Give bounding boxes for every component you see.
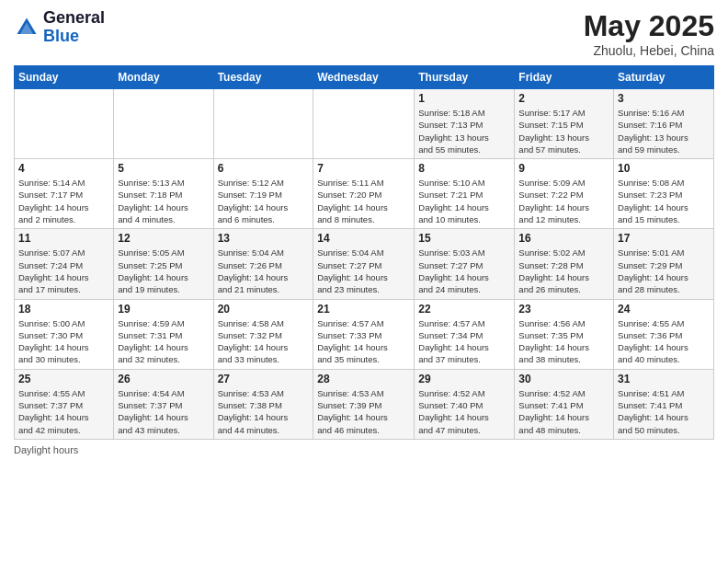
day-info: Sunrise: 5:13 AM Sunset: 7:18 PM Dayligh… [118,177,209,225]
day-cell: 27Sunrise: 4:53 AM Sunset: 7:38 PM Dayli… [213,369,313,439]
day-info: Sunrise: 4:52 AM Sunset: 7:41 PM Dayligh… [518,387,609,436]
day-number: 16 [518,232,609,245]
day-number: 20 [218,303,310,316]
day-info: Sunrise: 4:57 AM Sunset: 7:33 PM Dayligh… [317,317,410,366]
day-number: 5 [118,162,209,175]
day-info: Sunrise: 5:00 AM Sunset: 7:30 PM Dayligh… [18,317,109,366]
day-info: Sunrise: 4:58 AM Sunset: 7:32 PM Dayligh… [218,317,310,366]
week-row-1: 1Sunrise: 5:18 AM Sunset: 7:13 PM Daylig… [15,89,714,159]
day-cell: 24Sunrise: 4:55 AM Sunset: 7:36 PM Dayli… [614,299,714,369]
day-cell: 16Sunrise: 5:02 AM Sunset: 7:28 PM Dayli… [515,229,614,299]
day-cell [313,89,415,159]
day-cell: 20Sunrise: 4:58 AM Sunset: 7:32 PM Dayli… [213,299,313,369]
day-info: Sunrise: 5:04 AM Sunset: 7:26 PM Dayligh… [218,247,310,295]
day-number: 23 [518,303,609,316]
day-header-tuesday: Tuesday [213,66,313,89]
day-cell: 9Sunrise: 5:09 AM Sunset: 7:22 PM Daylig… [515,159,614,229]
day-number: 12 [118,232,209,245]
day-cell: 1Sunrise: 5:18 AM Sunset: 7:13 PM Daylig… [415,89,515,159]
day-number: 2 [518,92,609,105]
day-cell: 26Sunrise: 4:54 AM Sunset: 7:37 PM Dayli… [114,369,213,439]
day-cell: 18Sunrise: 5:00 AM Sunset: 7:30 PM Dayli… [15,299,114,369]
day-info: Sunrise: 5:07 AM Sunset: 7:24 PM Dayligh… [18,247,109,295]
day-number: 19 [118,303,209,316]
week-row-3: 11Sunrise: 5:07 AM Sunset: 7:24 PM Dayli… [15,229,714,299]
day-cell: 31Sunrise: 4:51 AM Sunset: 7:41 PM Dayli… [614,369,714,439]
day-info: Sunrise: 4:59 AM Sunset: 7:31 PM Dayligh… [118,317,209,366]
day-number: 24 [618,303,710,316]
day-cell [213,89,313,159]
day-number: 18 [18,303,109,316]
day-info: Sunrise: 4:55 AM Sunset: 7:36 PM Dayligh… [618,317,710,366]
location: Zhuolu, Hebei, China [584,43,714,58]
day-number: 8 [418,162,510,175]
day-cell: 10Sunrise: 5:08 AM Sunset: 7:23 PM Dayli… [614,159,714,229]
day-info: Sunrise: 5:04 AM Sunset: 7:27 PM Dayligh… [317,247,410,295]
day-header-friday: Friday [515,66,614,89]
day-info: Sunrise: 5:14 AM Sunset: 7:17 PM Dayligh… [18,177,109,225]
day-info: Sunrise: 5:01 AM Sunset: 7:29 PM Dayligh… [618,247,710,295]
day-header-wednesday: Wednesday [313,66,415,89]
day-cell: 13Sunrise: 5:04 AM Sunset: 7:26 PM Dayli… [213,229,313,299]
day-info: Sunrise: 5:09 AM Sunset: 7:22 PM Dayligh… [518,177,609,225]
day-info: Sunrise: 5:11 AM Sunset: 7:20 PM Dayligh… [317,177,410,225]
calendar-table: SundayMondayTuesdayWednesdayThursdayFrid… [14,65,714,440]
day-header-thursday: Thursday [415,66,515,89]
day-cell: 7Sunrise: 5:11 AM Sunset: 7:20 PM Daylig… [313,159,415,229]
day-info: Sunrise: 4:57 AM Sunset: 7:34 PM Dayligh… [418,317,510,366]
logo-icon [14,15,40,40]
logo-blue: Blue [43,28,105,46]
day-info: Sunrise: 4:53 AM Sunset: 7:39 PM Dayligh… [317,387,410,436]
day-cell: 29Sunrise: 4:52 AM Sunset: 7:40 PM Dayli… [415,369,515,439]
day-info: Sunrise: 5:08 AM Sunset: 7:23 PM Dayligh… [618,177,710,225]
day-number: 28 [317,373,410,385]
day-number: 21 [317,303,410,316]
day-cell: 21Sunrise: 4:57 AM Sunset: 7:33 PM Dayli… [313,299,415,369]
day-header-monday: Monday [114,66,213,89]
day-info: Sunrise: 5:10 AM Sunset: 7:21 PM Dayligh… [418,177,510,225]
day-cell: 30Sunrise: 4:52 AM Sunset: 7:41 PM Dayli… [515,369,614,439]
logo: General Blue [14,9,105,46]
day-number: 13 [218,232,310,245]
day-info: Sunrise: 4:55 AM Sunset: 7:37 PM Dayligh… [18,387,109,436]
day-cell: 23Sunrise: 4:56 AM Sunset: 7:35 PM Dayli… [515,299,614,369]
day-info: Sunrise: 5:02 AM Sunset: 7:28 PM Dayligh… [518,247,609,295]
day-number: 29 [418,373,510,385]
day-number: 4 [18,162,109,175]
day-number: 22 [418,303,510,316]
day-cell: 17Sunrise: 5:01 AM Sunset: 7:29 PM Dayli… [614,229,714,299]
day-number: 17 [618,232,710,245]
week-row-4: 18Sunrise: 5:00 AM Sunset: 7:30 PM Dayli… [15,299,714,369]
day-cell: 25Sunrise: 4:55 AM Sunset: 7:37 PM Dayli… [15,369,114,439]
day-number: 9 [518,162,609,175]
day-cell: 3Sunrise: 5:16 AM Sunset: 7:16 PM Daylig… [614,89,714,159]
day-cell: 11Sunrise: 5:07 AM Sunset: 7:24 PM Dayli… [15,229,114,299]
day-cell: 5Sunrise: 5:13 AM Sunset: 7:18 PM Daylig… [114,159,213,229]
day-cell: 15Sunrise: 5:03 AM Sunset: 7:27 PM Dayli… [415,229,515,299]
day-info: Sunrise: 5:05 AM Sunset: 7:25 PM Dayligh… [118,247,209,295]
day-info: Sunrise: 5:18 AM Sunset: 7:13 PM Dayligh… [418,107,510,155]
day-number: 11 [18,232,109,245]
day-cell: 22Sunrise: 4:57 AM Sunset: 7:34 PM Dayli… [415,299,515,369]
day-cell: 2Sunrise: 5:17 AM Sunset: 7:15 PM Daylig… [515,89,614,159]
day-number: 7 [317,162,410,175]
day-cell: 6Sunrise: 5:12 AM Sunset: 7:19 PM Daylig… [213,159,313,229]
week-row-5: 25Sunrise: 4:55 AM Sunset: 7:37 PM Dayli… [15,369,714,439]
day-number: 31 [618,373,710,385]
day-info: Sunrise: 4:54 AM Sunset: 7:37 PM Dayligh… [118,387,209,436]
day-cell [114,89,213,159]
day-cell [15,89,114,159]
week-row-2: 4Sunrise: 5:14 AM Sunset: 7:17 PM Daylig… [15,159,714,229]
footer-note: Daylight hours [14,444,714,455]
day-number: 30 [518,373,609,385]
day-info: Sunrise: 4:51 AM Sunset: 7:41 PM Dayligh… [618,387,710,436]
day-info: Sunrise: 5:03 AM Sunset: 7:27 PM Dayligh… [418,247,510,295]
logo-general: General [43,9,105,28]
logo-text: General Blue [43,9,105,46]
day-number: 1 [418,92,510,105]
day-info: Sunrise: 4:53 AM Sunset: 7:38 PM Dayligh… [218,387,310,436]
day-info: Sunrise: 5:12 AM Sunset: 7:19 PM Dayligh… [218,177,310,225]
day-cell: 12Sunrise: 5:05 AM Sunset: 7:25 PM Dayli… [114,229,213,299]
day-number: 25 [18,373,109,385]
day-number: 27 [218,373,310,385]
